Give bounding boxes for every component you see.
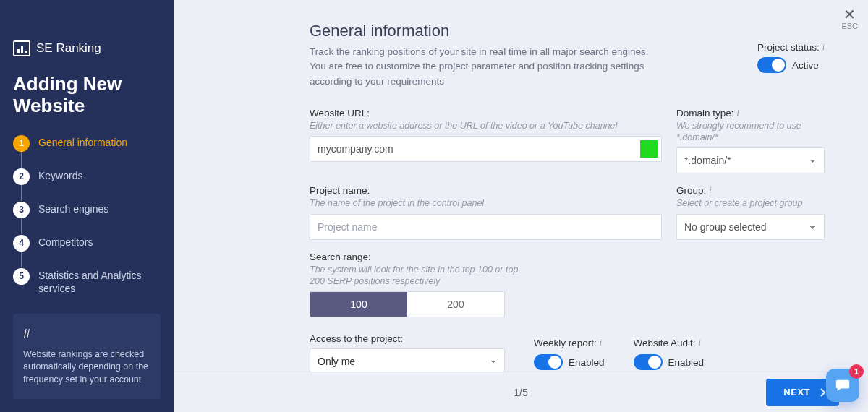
hash-icon: # [23, 325, 150, 343]
close-label: ESC [841, 22, 858, 30]
step-number: 2 [13, 168, 30, 185]
brand-name: SE Ranking [36, 41, 101, 56]
header-text: General information Track the ranking po… [310, 22, 657, 89]
info-icon[interactable]: i [709, 185, 711, 196]
chat-badge: 1 [849, 364, 864, 379]
step-number: 1 [13, 135, 30, 152]
domain-type-hint: We strongly recommend to use *.domain/* [676, 120, 825, 144]
url-input-wrap [310, 136, 662, 162]
step-number: 4 [13, 235, 30, 252]
access-label: Access to the project: [310, 333, 505, 344]
project-name-label: Project name: [310, 185, 662, 196]
field-project-name: Project name: The name of the project in… [310, 185, 662, 239]
field-search-range: Search range: The system will look for t… [310, 252, 825, 318]
row-access: Access to the project: Only me Add accou… [310, 333, 825, 372]
search-range-200[interactable]: 200 [407, 292, 504, 317]
row-url: Website URL: Either enter a website addr… [310, 108, 825, 174]
website-audit-toggle[interactable] [634, 354, 663, 370]
tip-box: # Website rankings are checked automatic… [13, 314, 161, 399]
search-range-segmented: 100 200 [310, 291, 505, 317]
step-number: 3 [13, 202, 30, 218]
project-name-hint: The name of the project in the control p… [310, 197, 662, 209]
status-toggle-row: Active [757, 57, 825, 73]
project-name-input[interactable] [310, 214, 662, 240]
step-number: 5 [13, 268, 30, 285]
row-project: Project name: The name of the project in… [310, 185, 825, 239]
step-label: General information [38, 134, 127, 149]
step-competitors[interactable]: 4 Competitors [13, 234, 161, 267]
step-search-engines[interactable]: 3 Search engines [13, 201, 161, 234]
search-range-label: Search range: [310, 252, 825, 262]
wizard-footer: 1/5 NEXT [174, 372, 868, 412]
step-label: Search engines [38, 201, 109, 215]
url-valid-icon [640, 140, 658, 158]
wizard-steps: 1 General information 2 Keywords 3 Searc… [13, 134, 161, 295]
status-toggle[interactable] [757, 57, 786, 73]
chat-button[interactable]: 1 [826, 369, 859, 402]
step-statistics[interactable]: 5 Statistics and Analytics services [13, 267, 161, 295]
field-website-url: Website URL: Either enter a website addr… [310, 108, 662, 174]
website-url-input[interactable] [310, 136, 662, 162]
url-hint: Either enter a website address or the UR… [310, 120, 662, 132]
search-range-100[interactable]: 100 [310, 292, 407, 317]
brand: SE Ranking [13, 40, 161, 56]
website-audit-value: Enabled [668, 357, 705, 368]
close-button[interactable]: ✕ ESC [841, 7, 858, 30]
close-icon: ✕ [841, 7, 858, 22]
field-group: Group: i Select or create a project grou… [676, 185, 825, 239]
page-description: Track the ranking positions of your site… [310, 45, 657, 89]
info-icon[interactable]: i [699, 338, 701, 348]
access-select[interactable]: Only me [310, 348, 505, 372]
search-range-hint: The system will look for the site in the… [310, 264, 527, 288]
field-domain-type: Domain type: i We strongly recommend to … [676, 108, 825, 174]
website-audit-toggle-row: Enabled [634, 354, 705, 370]
step-general-information[interactable]: 1 General information [13, 134, 161, 168]
url-label: Website URL: [310, 108, 662, 119]
step-label: Statistics and Analytics services [38, 267, 161, 295]
weekly-report-label: Weekly report: i [534, 338, 605, 348]
domain-type-select[interactable]: *.domain/* [676, 147, 825, 173]
step-label: Keywords [38, 168, 82, 182]
group-label: Group: i [676, 185, 825, 196]
sidebar-title: Adding New Website [13, 74, 161, 117]
step-keywords[interactable]: 2 Keywords [13, 168, 161, 201]
pager: 1/5 [514, 387, 527, 398]
page-title: General information [310, 22, 657, 40]
chat-icon [835, 377, 851, 393]
info-icon[interactable]: i [737, 108, 739, 119]
info-icon[interactable]: i [822, 42, 825, 53]
row-search-range: Search range: The system will look for t… [310, 252, 825, 318]
field-website-audit: Website Audit: i Enabled [634, 333, 705, 370]
tip-text: Website rankings are checked automatical… [23, 349, 148, 385]
next-label: NEXT [783, 387, 810, 398]
brand-logo-icon [13, 40, 30, 56]
weekly-report-toggle[interactable] [534, 354, 563, 370]
weekly-report-toggle-row: Enabled [534, 354, 605, 370]
sidebar: SE Ranking Adding New Website 1 General … [0, 0, 174, 412]
status-value: Active [792, 60, 819, 71]
website-audit-label: Website Audit: i [634, 338, 705, 348]
step-label: Competitors [38, 234, 93, 249]
header-row: General information Track the ranking po… [310, 22, 825, 89]
status-label: Project status: i [757, 42, 825, 53]
weekly-report-value: Enabled [569, 357, 605, 368]
project-status: Project status: i Active [757, 22, 825, 73]
main: ✕ ESC General information Track the rank… [174, 0, 868, 412]
field-weekly-report: Weekly report: i Enabled [534, 333, 605, 370]
domain-type-label: Domain type: i [676, 108, 825, 119]
content: General information Track the ranking po… [174, 0, 868, 372]
info-icon[interactable]: i [600, 338, 602, 348]
group-hint: Select or create a project group [676, 197, 825, 209]
group-select[interactable]: No group selected [676, 214, 825, 240]
chevron-right-icon [820, 388, 826, 397]
field-access: Access to the project: Only me Add accou… [310, 333, 505, 372]
